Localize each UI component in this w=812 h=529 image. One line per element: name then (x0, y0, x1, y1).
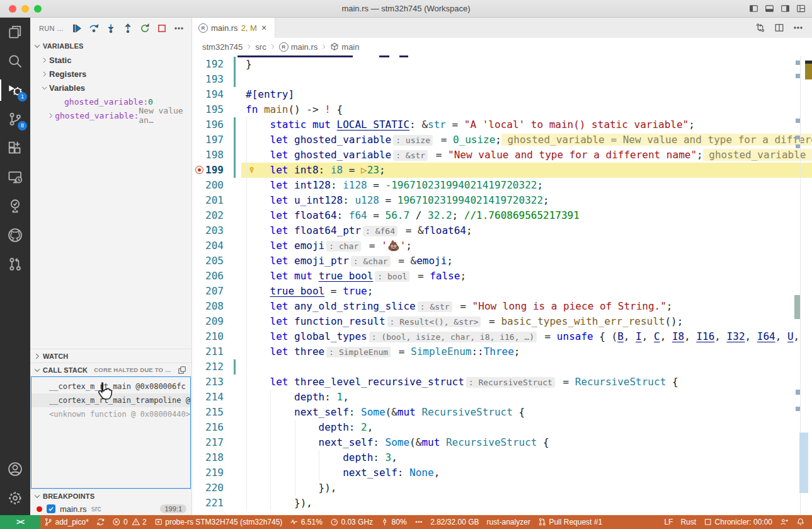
copy-call-stack-icon[interactable] (178, 366, 186, 375)
code-line[interactable]: 198 let ghosted_variable: &str = "New va… (192, 148, 812, 163)
variables-row[interactable]: ghosted_variable: New value an… (30, 108, 192, 122)
activity-item-pull-requests[interactable] (0, 250, 30, 279)
step-out-button[interactable] (123, 23, 133, 33)
breadcrumb-item-main[interactable]: main (330, 42, 359, 52)
code-line[interactable]: 219 next_self: None, (192, 465, 812, 480)
status-debug-session[interactable]: probe-rs STM32H745 (stm32h745) (151, 515, 287, 529)
code-line[interactable]: 220 }), (192, 480, 812, 496)
activity-item-extensions[interactable] (0, 134, 30, 163)
tab-main-rs[interactable]: R main.rs 2, M × (192, 18, 275, 38)
status-rust-analyzer[interactable]: rust-analyzer (483, 515, 534, 529)
code-line[interactable]: 211 let three: SimpleEnum = SimpleEnum::… (192, 344, 812, 359)
status-memory[interactable]: 2.82/32.00 GB (426, 515, 483, 529)
indent-guide (246, 132, 247, 148)
status-language-mode[interactable]: Rust (677, 515, 700, 529)
status-power[interactable]: 80% (377, 515, 411, 529)
bell-icon (796, 518, 805, 526)
status-warnings[interactable]: 2 (128, 515, 151, 529)
breakpoint-checkbox[interactable] (47, 504, 55, 513)
stop-button[interactable] (157, 23, 167, 33)
call-stack-frame[interactable]: __cortex_m_rt_main @0x080006fc (31, 380, 190, 393)
code-line[interactable]: 203 let float64_ptr: &f64 = &float64; (192, 223, 812, 238)
call-stack-frame[interactable]: __cortex_m_rt_main_trampoline @0x0 (31, 393, 190, 407)
token: let (270, 330, 289, 342)
activity-item-github[interactable] (0, 221, 30, 250)
status-sync-changes[interactable] (93, 515, 109, 529)
indent-guide (270, 480, 271, 496)
breakpoints-section-header[interactable]: BREAKPOINTS (30, 489, 192, 503)
breadcrumb-item-stm32h745[interactable]: stm32h745 (202, 42, 243, 52)
code-line[interactable]: 209 let function_result: Result<(), &str… (192, 314, 812, 329)
code-line[interactable]: 199 let int8: i8 = ▷23; (192, 163, 812, 178)
code-line[interactable]: 217 next_self: Some(&mut RecursiveStruct… (192, 435, 812, 450)
continue-button[interactable] (72, 23, 82, 33)
close-tab-icon[interactable]: × (261, 23, 266, 33)
activity-item-explorer[interactable] (0, 18, 30, 47)
breakpoint-row[interactable]: main.rs src 199:1 (30, 503, 192, 515)
activity-item-settings[interactable] (0, 484, 30, 513)
status-chronicler[interactable]: Chronicler: 00:00 (700, 515, 776, 529)
status-remote-indicator[interactable]: >< (0, 515, 40, 529)
breadcrumb-item-src[interactable]: src (255, 42, 266, 52)
variables-row[interactable]: Static (30, 53, 192, 67)
indent-guide (246, 465, 247, 480)
more-actions-icon[interactable] (793, 23, 803, 33)
call-stack-frame[interactable]: <unknown function @ 0x08000440> @0 (31, 407, 190, 421)
activity-item-testing[interactable] (0, 192, 30, 221)
panel-bottom-icon[interactable] (765, 4, 774, 13)
code-line[interactable]: 205 let emoji_ptr: &char = &emoji; (192, 253, 812, 269)
status-pull-request[interactable]: Pull Request #1 (534, 515, 606, 529)
code-line[interactable]: 194#[entry] (192, 87, 812, 102)
activity-item-accounts[interactable] (0, 455, 30, 484)
code-line[interactable]: 197 let ghosted_variable: usize = 0_usiz… (192, 132, 812, 148)
panel-left-icon[interactable] (749, 4, 758, 13)
variables-row[interactable]: Variables (30, 81, 192, 95)
code-line[interactable]: 216 depth: 2, (192, 420, 812, 435)
code-line[interactable]: 215 next_self: Some(&mut RecursiveStruct… (192, 405, 812, 420)
code-line[interactable]: 195fn main() -> ! { (192, 102, 812, 117)
layout-icon[interactable] (796, 4, 806, 13)
code-line[interactable]: 218 depth: 3, (192, 450, 812, 465)
status-cpu-frequency[interactable]: 0.03 GHz (326, 515, 377, 529)
status-cpu-usage[interactable]: 6.51% (286, 515, 326, 529)
step-over-button[interactable] (89, 23, 99, 33)
activity-item-search[interactable] (0, 47, 30, 76)
watch-section-header[interactable]: WATCH (30, 349, 192, 363)
code-line[interactable]: 192} (192, 57, 812, 72)
code-line[interactable]: 208 let any_old_string_slice: &str = "Ho… (192, 299, 812, 314)
code-line[interactable]: 221 }), (192, 496, 812, 511)
activity-item-remote-explorer[interactable] (0, 163, 30, 192)
code-line[interactable]: 200 let int128: i128 = -1967102319940214… (192, 178, 812, 193)
code-line[interactable]: 206 let mut true_bool: bool = false; (192, 269, 812, 284)
status-feedback[interactable] (776, 515, 792, 529)
code-line[interactable]: 213 let three_level_recursive_struct: Re… (192, 375, 812, 390)
code-line[interactable]: 202 let float64: f64 = 56.7 / 32.2; //1.… (192, 208, 812, 223)
breadcrumb-item-mainrs[interactable]: Rmain.rs (279, 42, 318, 52)
status-eol[interactable]: LF (660, 515, 677, 529)
status-git-branch[interactable]: add_pico* (40, 515, 93, 529)
code-line[interactable]: 201 let u_int128: u128 = 196710231994021… (192, 193, 812, 208)
code-line[interactable]: 204 let emoji: char = '💩'; (192, 238, 812, 253)
activity-item-source-control[interactable]: 8 (0, 105, 30, 134)
panel-right-icon[interactable] (781, 4, 790, 13)
token: , (343, 391, 349, 403)
status-notifications[interactable] (792, 515, 809, 529)
variables-section-header[interactable]: VARIABLES (30, 39, 192, 53)
code-line[interactable]: 210 let global_types: (bool, isize, char… (192, 329, 812, 344)
lightbulb-icon[interactable] (247, 165, 256, 175)
code-line[interactable]: 212 (192, 359, 812, 375)
step-into-button[interactable] (106, 23, 116, 33)
activity-item-run-and-debug[interactable]: 1 (0, 76, 30, 105)
code-line[interactable]: 214 depth: 1, (192, 390, 812, 405)
code-line[interactable]: 207 true_bool = true; (192, 284, 812, 299)
more-actions-button[interactable] (174, 23, 184, 33)
code-line[interactable]: 196 static mut LOCAL_STATIC: &str = "A '… (192, 117, 812, 132)
call-stack-section-header[interactable]: CALL STACK CORE HALTED DUE TO … (30, 363, 192, 376)
code-line[interactable]: 193 (192, 72, 812, 87)
variables-row[interactable]: Registers (30, 67, 192, 81)
split-editor-icon[interactable] (774, 23, 784, 33)
status-overflow[interactable] (411, 515, 427, 529)
open-changes-icon[interactable] (755, 23, 765, 33)
code-area[interactable]: 192}193194#[entry]195fn main() -> ! {196… (192, 55, 812, 515)
restart-button[interactable] (140, 23, 150, 33)
